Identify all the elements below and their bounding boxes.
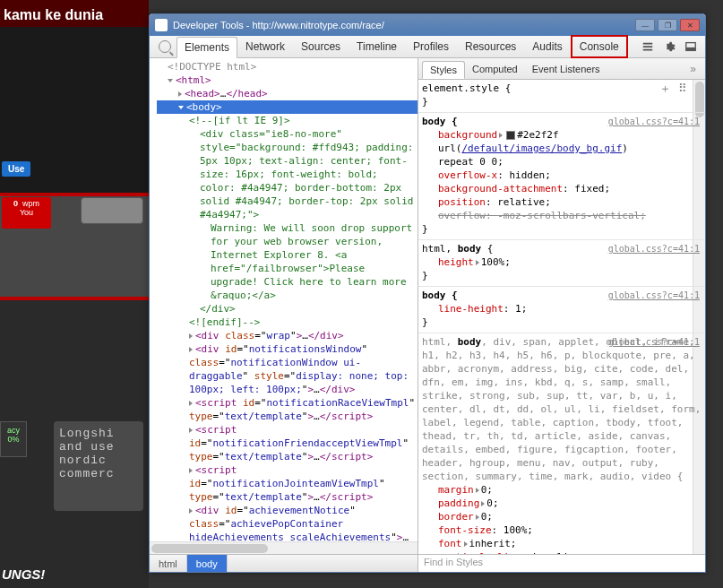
prop-height[interactable]: height100%; bbox=[422, 255, 701, 269]
dom-tree[interactable]: <!DOCTYPE html> <html> <head>…</head> <b… bbox=[150, 58, 417, 541]
selector[interactable]: body { bbox=[422, 116, 458, 127]
rule-body-2[interactable]: global.css?c=41:1 body { line-height: 1;… bbox=[418, 287, 705, 333]
expand-icon[interactable] bbox=[178, 106, 184, 109]
chevron-right-icon[interactable] bbox=[476, 514, 479, 520]
titlebar[interactable]: Developer Tools - http://www.nitrotype.c… bbox=[150, 14, 705, 36]
source-link[interactable]: global.css?c=41:1 bbox=[608, 289, 700, 302]
chevron-right-icon[interactable] bbox=[481, 501, 485, 506]
prop-margin[interactable]: margin0; bbox=[422, 483, 701, 497]
script-team[interactable]: <script id="notificationJointeamViewTmpl… bbox=[157, 463, 417, 504]
tab-elements[interactable]: Elements bbox=[176, 37, 237, 58]
use-button[interactable]: Use bbox=[2, 161, 30, 177]
selector[interactable]: body { bbox=[422, 290, 458, 301]
head-node[interactable]: <head>…</head> bbox=[157, 87, 417, 100]
styles-tab[interactable]: Styles bbox=[422, 61, 465, 79]
more-icon[interactable]: » bbox=[684, 63, 701, 75]
settings-icon[interactable] bbox=[663, 40, 676, 53]
ach-notice[interactable]: <div id="achievementNotice" class="achie… bbox=[157, 504, 417, 541]
tab-sources[interactable]: Sources bbox=[293, 36, 349, 57]
close-button[interactable]: ✕ bbox=[680, 19, 700, 31]
listeners-tab[interactable]: Event Listeners bbox=[525, 61, 607, 77]
drawer-icon[interactable] bbox=[641, 40, 654, 53]
tab-audits[interactable]: Audits bbox=[524, 36, 570, 57]
add-rule-icon[interactable]: ＋ ⠿ bbox=[659, 82, 687, 95]
search-icon[interactable] bbox=[159, 40, 171, 53]
source-link[interactable]: global.css?c=41:1 bbox=[608, 335, 700, 349]
expand-icon[interactable] bbox=[189, 347, 193, 352]
prop-bg-attachment[interactable]: background-attachment: fixed; bbox=[422, 182, 701, 195]
sel-part[interactable]: html, bbox=[422, 336, 458, 348]
prop-font[interactable]: fontinherit; bbox=[422, 537, 701, 550]
expand-icon[interactable] bbox=[178, 91, 182, 97]
script-race[interactable]: <script id="notificationRaceViewTmpl" ty… bbox=[157, 396, 417, 423]
tab-timeline[interactable]: Timeline bbox=[349, 36, 405, 57]
chevron-right-icon[interactable] bbox=[476, 260, 479, 265]
brace-close: } bbox=[422, 269, 701, 282]
chevron-right-icon[interactable] bbox=[499, 133, 503, 138]
rule-reset[interactable]: global.css?c=41:1 html, body, div, span,… bbox=[418, 333, 705, 554]
tab-console[interactable]: Console bbox=[571, 35, 628, 58]
expand-icon[interactable] bbox=[189, 468, 193, 473]
minimize-button[interactable]: — bbox=[635, 19, 655, 31]
dock-icon[interactable] bbox=[684, 40, 697, 53]
expand-icon[interactable] bbox=[189, 508, 193, 514]
rule-body-1[interactable]: global.css?c=41:1 body { background#2e2f… bbox=[418, 113, 705, 240]
crumb-html[interactable]: html bbox=[150, 555, 187, 572]
prop-overflow-x[interactable]: overflow-x: hidden; bbox=[422, 169, 701, 182]
source-link[interactable]: global.css?c=41:1 bbox=[608, 242, 700, 255]
ie8-text[interactable]: Warning: We will soon drop support for y… bbox=[157, 221, 417, 302]
chrome-icon bbox=[155, 19, 168, 31]
player-car bbox=[81, 197, 143, 224]
filter-input[interactable]: Find in Styles bbox=[418, 554, 705, 572]
ie8-div[interactable]: <div class="ie8-no-more" style="backgrou… bbox=[157, 127, 417, 221]
prop-font-size[interactable]: font-size: 100%; bbox=[422, 523, 701, 537]
prop-padding[interactable]: padding0; bbox=[422, 497, 701, 510]
prop-repeat[interactable]: repeat 0 0; bbox=[422, 155, 701, 169]
html-node[interactable]: <html> bbox=[157, 74, 417, 87]
prop-overflow-moz[interactable]: overflow: -moz-scrollbars-vertical; bbox=[422, 209, 701, 222]
chevron-right-icon[interactable] bbox=[464, 541, 468, 547]
prop-line-height[interactable]: line-height: 1; bbox=[422, 302, 701, 316]
accuracy-box: acy 0% bbox=[0, 421, 27, 457]
tab-resources[interactable]: Resources bbox=[457, 36, 524, 57]
source-link[interactable]: global.css?c=41:1 bbox=[608, 115, 700, 128]
url-link[interactable]: /default/images/body_bg.gif bbox=[462, 143, 623, 154]
rule-element-style[interactable]: ＋ ⠿ element.style { } bbox=[418, 80, 705, 113]
selector-match[interactable]: body bbox=[458, 336, 482, 348]
h-scrollbar[interactable] bbox=[150, 541, 417, 554]
svg-rect-1 bbox=[686, 48, 696, 51]
doctype-node[interactable]: <!DOCTYPE html> bbox=[157, 60, 417, 74]
brace-close: } bbox=[422, 95, 701, 108]
rule-html-body[interactable]: global.css?c=41:1 html, body { height100… bbox=[418, 240, 705, 287]
endif-node[interactable]: <![endif]--> bbox=[157, 316, 417, 329]
prop-border[interactable]: border0; bbox=[422, 510, 701, 523]
expand-icon[interactable] bbox=[189, 428, 193, 433]
script-friend[interactable]: <script id="notificationFriendacceptView… bbox=[157, 423, 417, 463]
prop-vertical-align[interactable]: vertical-align: baseline; bbox=[422, 550, 701, 554]
expand-icon[interactable] bbox=[189, 333, 193, 339]
selector-match[interactable]: body bbox=[458, 243, 482, 255]
styles-tabs: Styles Computed Event Listeners » bbox=[418, 58, 705, 80]
notif-window[interactable]: <div id="notificationsWindow" class="not… bbox=[157, 342, 417, 396]
main-area: <!DOCTYPE html> <html> <head>…</head> <b… bbox=[150, 58, 705, 572]
scroll-thumb[interactable] bbox=[151, 544, 268, 553]
comment-node[interactable]: <!--[if lt IE 9]> bbox=[157, 114, 417, 127]
prop-background[interactable]: background#2e2f2f url(/default/images/bo… bbox=[422, 128, 701, 155]
body-node[interactable]: <body> bbox=[157, 100, 417, 114]
computed-tab[interactable]: Computed bbox=[465, 61, 525, 77]
maximize-button[interactable]: ❐ bbox=[658, 19, 677, 31]
expand-icon[interactable] bbox=[168, 79, 173, 82]
chevron-right-icon[interactable] bbox=[476, 488, 479, 493]
tab-profiles[interactable]: Profiles bbox=[405, 36, 457, 57]
crumb-body[interactable]: body bbox=[187, 555, 228, 572]
wrap-div[interactable]: <div class="wrap">…</div> bbox=[157, 329, 417, 342]
tab-network[interactable]: Network bbox=[237, 36, 293, 57]
expand-icon[interactable] bbox=[189, 401, 193, 406]
color-swatch[interactable] bbox=[506, 131, 515, 140]
brace-close: } bbox=[422, 316, 701, 329]
prop-position[interactable]: position: relative; bbox=[422, 195, 701, 209]
styles-body[interactable]: ＋ ⠿ element.style { } global.css?c=41:1 … bbox=[418, 80, 705, 554]
sel-rest[interactable]: , div, span, applet, object, iframe, h1,… bbox=[422, 336, 701, 482]
ie8-close[interactable]: </div> bbox=[157, 302, 417, 316]
selector[interactable]: html, bbox=[422, 243, 458, 255]
